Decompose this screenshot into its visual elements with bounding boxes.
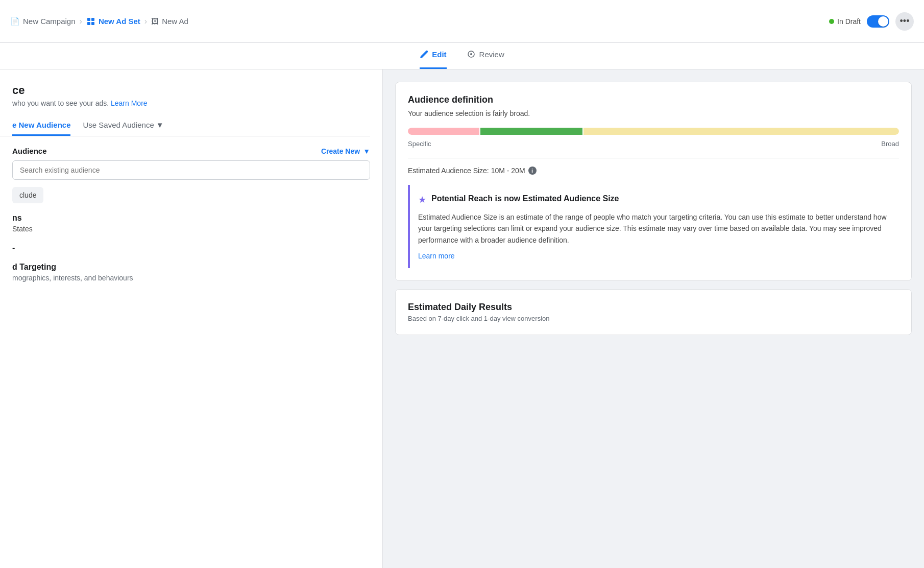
meter-specific-bar bbox=[408, 128, 479, 135]
more-options-button[interactable]: ••• bbox=[895, 12, 914, 31]
breadcrumb-adset[interactable]: New Ad Set bbox=[86, 17, 140, 26]
audience-section-header: ce who you want to see your ads. Learn M… bbox=[0, 84, 370, 107]
search-audience-input[interactable] bbox=[12, 160, 370, 180]
new-audience-tab[interactable]: e New Audience bbox=[12, 115, 70, 136]
estimated-size: Estimated Audience Size: 10M - 20M i bbox=[408, 167, 899, 175]
saved-audience-tab-inner: Use Saved Audience ▼ bbox=[83, 121, 163, 129]
subtitle-text: who you want to see your ads. bbox=[12, 99, 109, 107]
audience-meter bbox=[408, 128, 899, 135]
breadcrumb-sep-2: › bbox=[144, 17, 147, 26]
daily-results-subtitle: Based on 7-day click and 1-day view conv… bbox=[408, 315, 899, 322]
meter-labels: Specific Broad bbox=[408, 140, 899, 148]
reach-header: ★ Potential Reach is now Estimated Audie… bbox=[418, 193, 891, 205]
card-divider bbox=[408, 158, 899, 158]
dropdown-arrow: ▼ bbox=[156, 121, 164, 129]
meter-broad-bar bbox=[583, 128, 899, 135]
adset-label: New Ad Set bbox=[99, 17, 140, 26]
breadcrumb-ad[interactable]: 🖼 New Ad bbox=[151, 17, 188, 26]
section-subtitle: who you want to see your ads. Learn More bbox=[12, 99, 370, 107]
targeting-section: d Targeting mographics, interests, and b… bbox=[12, 263, 370, 282]
top-bar-right: In Draft ••• bbox=[829, 12, 914, 31]
saved-audience-tab-label: Use Saved Audience bbox=[83, 121, 154, 129]
reach-body: Estimated Audience Size is an estimate o… bbox=[418, 211, 891, 246]
meter-middle-bar bbox=[480, 128, 582, 135]
locations-value: States bbox=[12, 225, 370, 233]
broad-label: Broad bbox=[881, 140, 899, 148]
saved-audience-tab[interactable]: Use Saved Audience ▼ bbox=[83, 115, 163, 136]
right-panel: Audience definition Your audience select… bbox=[383, 69, 924, 568]
potential-reach-card: ★ Potential Reach is now Estimated Audie… bbox=[408, 185, 899, 268]
ad-icon: 🖼 bbox=[151, 17, 159, 26]
exclude-button[interactable]: clude bbox=[12, 187, 43, 203]
audience-section-row: Audience Create New ▼ bbox=[12, 147, 370, 155]
age-label: - bbox=[12, 243, 370, 252]
svg-rect-2 bbox=[87, 22, 90, 25]
learn-more-link-left[interactable]: Learn More bbox=[111, 99, 148, 107]
tab-edit-label: Edit bbox=[432, 50, 446, 59]
new-audience-tab-label: e New Audience bbox=[12, 121, 70, 129]
daily-results-title: Estimated Daily Results bbox=[408, 302, 899, 313]
age-section: - bbox=[12, 243, 370, 252]
est-size-text: Estimated Audience Size: 10M - 20M bbox=[408, 167, 525, 175]
create-new-button[interactable]: Create New ▼ bbox=[321, 147, 370, 155]
tab-review-label: Review bbox=[479, 50, 504, 59]
audience-def-title: Audience definition bbox=[408, 94, 899, 105]
star-icon: ★ bbox=[418, 194, 426, 205]
specific-label: Specific bbox=[408, 140, 431, 148]
tab-edit[interactable]: Edit bbox=[420, 43, 446, 69]
breadcrumb-sep-1: › bbox=[80, 17, 82, 26]
info-icon[interactable]: i bbox=[528, 167, 537, 175]
targeting-label: d Targeting bbox=[12, 263, 370, 272]
audience-tabs: e New Audience Use Saved Audience ▼ bbox=[0, 115, 370, 136]
campaign-icon: 📄 bbox=[10, 17, 20, 26]
toggle-knob bbox=[878, 16, 888, 27]
tab-bar: Edit Review bbox=[0, 43, 924, 69]
audience-definition-card: Audience definition Your audience select… bbox=[395, 82, 912, 281]
breadcrumb: 📄 New Campaign › New Ad Set › 🖼 New Ad bbox=[10, 17, 829, 26]
adset-icon bbox=[86, 17, 95, 26]
draft-label: In Draft bbox=[837, 17, 861, 26]
audience-label: Audience bbox=[12, 147, 47, 155]
svg-point-5 bbox=[470, 53, 472, 55]
breadcrumb-campaign[interactable]: 📄 New Campaign bbox=[10, 17, 76, 26]
learn-more-link-reach[interactable]: Learn more bbox=[418, 252, 455, 260]
review-icon bbox=[467, 50, 475, 58]
create-new-label: Create New bbox=[321, 147, 360, 155]
estimated-daily-results-card: Estimated Daily Results Based on 7-day c… bbox=[395, 289, 912, 335]
targeting-desc: mographics, interests, and behaviours bbox=[12, 274, 370, 282]
draft-toggle[interactable] bbox=[867, 15, 889, 28]
draft-dot bbox=[829, 19, 834, 24]
edit-icon bbox=[420, 50, 428, 58]
svg-rect-3 bbox=[91, 22, 94, 25]
tab-review[interactable]: Review bbox=[467, 43, 504, 69]
locations-label: ns bbox=[12, 214, 370, 223]
draft-status: In Draft bbox=[829, 17, 861, 26]
exclude-label: clude bbox=[19, 191, 36, 199]
left-panel: ce who you want to see your ads. Learn M… bbox=[0, 69, 383, 568]
svg-rect-1 bbox=[91, 18, 94, 21]
reach-title: Potential Reach is now Estimated Audienc… bbox=[431, 193, 619, 204]
top-bar: 📄 New Campaign › New Ad Set › 🖼 New Ad I… bbox=[0, 0, 924, 43]
locations-section: ns States bbox=[12, 214, 370, 233]
ad-label: New Ad bbox=[162, 17, 188, 26]
create-new-dropdown-icon: ▼ bbox=[363, 147, 370, 155]
section-title: ce bbox=[12, 84, 370, 97]
audience-def-subtitle: Your audience selection is fairly broad. bbox=[408, 109, 899, 117]
svg-rect-0 bbox=[87, 18, 90, 21]
main-content: ce who you want to see your ads. Learn M… bbox=[0, 69, 924, 568]
campaign-label: New Campaign bbox=[23, 17, 76, 26]
